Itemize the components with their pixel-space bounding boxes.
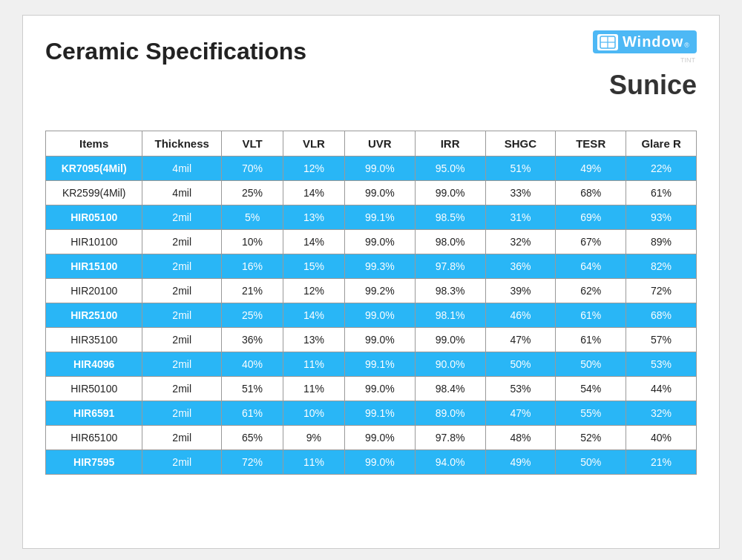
cell-r11-c2: 65% <box>222 426 283 450</box>
logo-text: Window <box>623 33 683 50</box>
cell-r6-c5: 98.1% <box>415 303 485 328</box>
cell-r6-c1: 2mil <box>142 303 222 328</box>
cell-r9-c2: 51% <box>222 377 283 401</box>
page-title: Ceramic Specifications <box>45 38 306 65</box>
table-row: HIR501002mil51%11%99.0%98.4%53%54%44% <box>46 377 697 401</box>
cell-r7-c2: 36% <box>222 328 283 352</box>
cell-r7-c1: 2mil <box>142 328 222 352</box>
cell-r9-c6: 53% <box>485 377 556 401</box>
cell-r3-c2: 10% <box>222 230 283 254</box>
cell-r3-c4: 99.0% <box>344 230 415 254</box>
table-row: HIR101002mil10%14%99.0%98.0%32%67%89% <box>46 230 697 254</box>
cell-r8-c8: 53% <box>626 352 697 377</box>
cell-r11-c6: 48% <box>485 426 556 450</box>
cell-r8-c0: HIR4096 <box>46 352 142 377</box>
cell-r10-c4: 99.1% <box>344 401 415 426</box>
col-header-vlr: VLR <box>283 131 344 157</box>
cell-r2-c6: 31% <box>485 205 556 230</box>
cell-r7-c8: 57% <box>626 328 697 352</box>
logo-tint: TINT <box>680 56 695 64</box>
header-row: Ceramic Specifications Window ® TINT Sun… <box>45 30 697 101</box>
col-header-shgc: SHGC <box>485 131 556 157</box>
cell-r12-c5: 94.0% <box>415 450 485 475</box>
cell-r12-c7: 50% <box>556 450 626 475</box>
col-header-items: Items <box>46 131 142 157</box>
cell-r6-c0: HIR25100 <box>46 303 142 328</box>
cell-r3-c8: 89% <box>626 230 697 254</box>
cell-r0-c0: KR7095(4Mil) <box>46 157 142 181</box>
cell-r9-c0: HIR50100 <box>46 377 142 401</box>
cell-r11-c0: HIR65100 <box>46 426 142 450</box>
cell-r9-c5: 98.4% <box>415 377 485 401</box>
cell-r4-c0: HIR15100 <box>46 254 142 279</box>
cell-r4-c6: 36% <box>485 254 556 279</box>
cell-r6-c2: 25% <box>222 303 283 328</box>
cell-r2-c5: 98.5% <box>415 205 485 230</box>
cell-r4-c5: 97.8% <box>415 254 485 279</box>
table-row: KR7095(4Mil)4mil70%12%99.0%95.0%51%49%22… <box>46 157 697 181</box>
cell-r1-c3: 14% <box>283 181 344 205</box>
table-row: KR2599(4Mil)4mil25%14%99.0%99.0%33%68%61… <box>46 181 697 205</box>
cell-r8-c6: 50% <box>485 352 556 377</box>
cell-r4-c1: 2mil <box>142 254 222 279</box>
cell-r4-c4: 99.3% <box>344 254 415 279</box>
cell-r9-c8: 44% <box>626 377 697 401</box>
cell-r6-c8: 68% <box>626 303 697 328</box>
cell-r10-c0: HIR6591 <box>46 401 142 426</box>
cell-r0-c8: 22% <box>626 157 697 181</box>
cell-r9-c4: 99.0% <box>344 377 415 401</box>
table-row: HIR651002mil65%9%99.0%97.8%48%52%40% <box>46 426 697 450</box>
cell-r5-c8: 72% <box>626 279 697 303</box>
window-logo-icon <box>597 34 618 50</box>
cell-r7-c0: HIR35100 <box>46 328 142 352</box>
cell-r8-c3: 11% <box>283 352 344 377</box>
brand-name: Sunice <box>609 70 697 101</box>
table-row: HIR351002mil36%13%99.0%99.0%47%61%57% <box>46 328 697 352</box>
cell-r7-c6: 47% <box>485 328 556 352</box>
cell-r5-c2: 21% <box>222 279 283 303</box>
brand-section: Window ® TINT Sunice <box>593 30 697 101</box>
specs-table: Items Thickness VLT VLR UVR IRR SHGC TES… <box>45 131 697 475</box>
col-header-uvr: UVR <box>344 131 415 157</box>
col-header-glare: Glare R <box>626 131 697 157</box>
cell-r0-c2: 70% <box>222 157 283 181</box>
cell-r8-c5: 90.0% <box>415 352 485 377</box>
cell-r11-c4: 99.0% <box>344 426 415 450</box>
table-row: HIR151002mil16%15%99.3%97.8%36%64%82% <box>46 254 697 279</box>
cell-r10-c6: 47% <box>485 401 556 426</box>
cell-r5-c3: 12% <box>283 279 344 303</box>
cell-r11-c7: 52% <box>556 426 626 450</box>
cell-r10-c1: 2mil <box>142 401 222 426</box>
cell-r7-c5: 99.0% <box>415 328 485 352</box>
col-header-thickness: Thickness <box>142 131 222 157</box>
table-row: HIR65912mil61%10%99.1%89.0%47%55%32% <box>46 401 697 426</box>
logo-trademark: ® <box>684 42 689 49</box>
table-row: HIR051002mil5%13%99.1%98.5%31%69%93% <box>46 205 697 230</box>
cell-r2-c4: 99.1% <box>344 205 415 230</box>
col-header-irr: IRR <box>415 131 485 157</box>
cell-r5-c4: 99.2% <box>344 279 415 303</box>
cell-r8-c4: 99.1% <box>344 352 415 377</box>
cell-r12-c4: 99.0% <box>344 450 415 475</box>
cell-r7-c4: 99.0% <box>344 328 415 352</box>
cell-r11-c8: 40% <box>626 426 697 450</box>
table-row: HIR75952mil72%11%99.0%94.0%49%50%21% <box>46 450 697 475</box>
cell-r7-c7: 61% <box>556 328 626 352</box>
cell-r1-c6: 33% <box>485 181 556 205</box>
cell-r2-c8: 93% <box>626 205 697 230</box>
cell-r1-c4: 99.0% <box>344 181 415 205</box>
cell-r9-c7: 54% <box>556 377 626 401</box>
cell-r6-c4: 99.0% <box>344 303 415 328</box>
cell-r0-c4: 99.0% <box>344 157 415 181</box>
cell-r11-c3: 9% <box>283 426 344 450</box>
cell-r10-c7: 55% <box>556 401 626 426</box>
cell-r0-c3: 12% <box>283 157 344 181</box>
cell-r3-c7: 67% <box>556 230 626 254</box>
cell-r8-c2: 40% <box>222 352 283 377</box>
cell-r6-c6: 46% <box>485 303 556 328</box>
cell-r7-c3: 13% <box>283 328 344 352</box>
cell-r6-c7: 61% <box>556 303 626 328</box>
cell-r10-c8: 32% <box>626 401 697 426</box>
cell-r0-c1: 4mil <box>142 157 222 181</box>
cell-r3-c3: 14% <box>283 230 344 254</box>
